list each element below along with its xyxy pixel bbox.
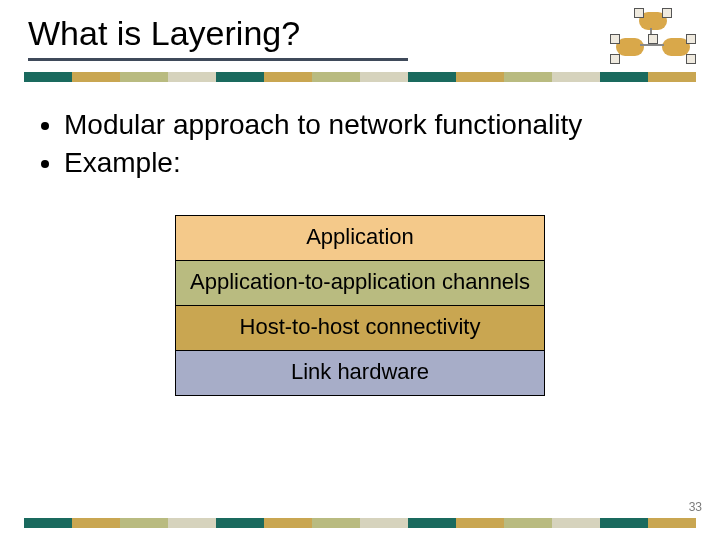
layer-stack: Application Application-to-application c… <box>175 216 545 396</box>
network-icon <box>610 8 696 70</box>
layer-application: Application <box>175 215 545 261</box>
page-number: 33 <box>689 500 702 514</box>
layer-link-hardware: Link hardware <box>175 350 545 396</box>
accent-bar-bottom <box>24 518 696 528</box>
layer-app-channels: Application-to-application channels <box>175 260 545 306</box>
title-underline <box>28 58 408 61</box>
accent-bar-top <box>24 72 696 82</box>
slide-title: What is Layering? <box>28 14 300 53</box>
slide: What is Layering? Modular approach to ne… <box>0 0 720 540</box>
bullet-item: Modular approach to network functionalit… <box>64 106 658 144</box>
bullet-list: Modular approach to network functionalit… <box>38 106 658 182</box>
layer-host-to-host: Host-to-host connectivity <box>175 305 545 351</box>
bullet-item: Example: <box>64 144 658 182</box>
